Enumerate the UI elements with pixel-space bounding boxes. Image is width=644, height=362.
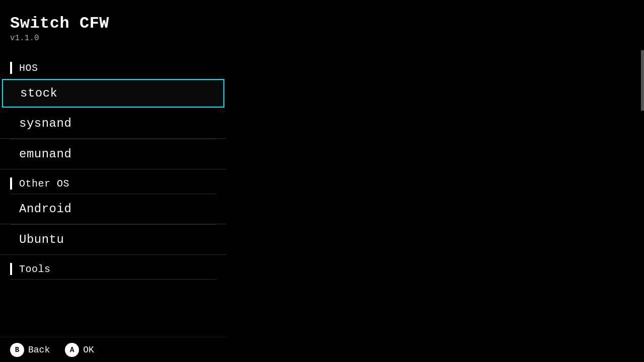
back-label: Back	[28, 345, 50, 355]
section-bar-hos	[10, 62, 12, 74]
section-bar-tools	[10, 263, 12, 275]
menu-item-stock[interactable]: stock	[2, 79, 224, 108]
menu-item-ubuntu[interactable]: Ubuntu	[0, 225, 226, 255]
section-header-hos: HOS	[0, 58, 226, 78]
app-version: v1.1.0	[0, 33, 226, 53]
menu-item-emunand[interactable]: emunand	[0, 139, 226, 169]
divider-4	[10, 279, 216, 280]
app-title: Switch CFW	[0, 0, 226, 33]
section-header-other-os: Other OS	[0, 173, 226, 194]
scrollbar-thumb[interactable]	[641, 50, 644, 111]
left-panel: Switch CFW v1.1.0 HOS stock sysnand emun…	[0, 0, 226, 362]
ok-button[interactable]: A OK	[65, 343, 94, 357]
b-button-circle: B	[10, 343, 24, 357]
ok-label: OK	[83, 345, 94, 355]
section-header-tools: Tools	[0, 259, 226, 279]
section-bar-other-os	[10, 177, 12, 190]
menu-item-android[interactable]: Android	[0, 194, 226, 224]
footer: B Back A OK	[0, 337, 226, 362]
a-button-circle: A	[65, 343, 79, 357]
menu-item-sysnand[interactable]: sysnand	[0, 109, 226, 139]
menu-container: HOS stock sysnand emunand Other OS Andro…	[0, 53, 226, 362]
right-panel	[226, 0, 644, 362]
back-button[interactable]: B Back	[10, 343, 50, 357]
